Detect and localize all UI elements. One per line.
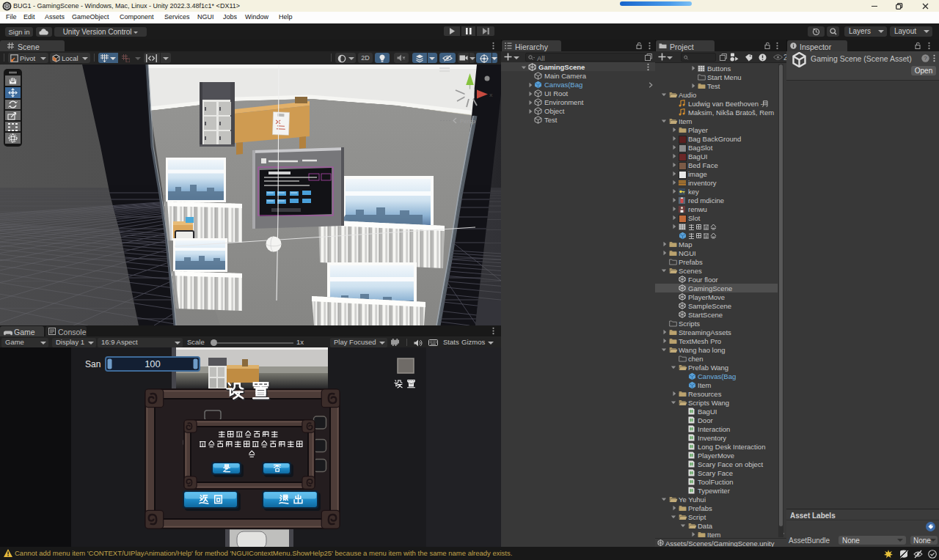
svg-text:?: ? bbox=[924, 55, 927, 62]
svg-text:Persp: Persp bbox=[460, 118, 475, 125]
svg-text:San: San bbox=[85, 359, 101, 369]
svg-text:100: 100 bbox=[145, 358, 161, 369]
svg-text:x: x bbox=[489, 92, 493, 98]
